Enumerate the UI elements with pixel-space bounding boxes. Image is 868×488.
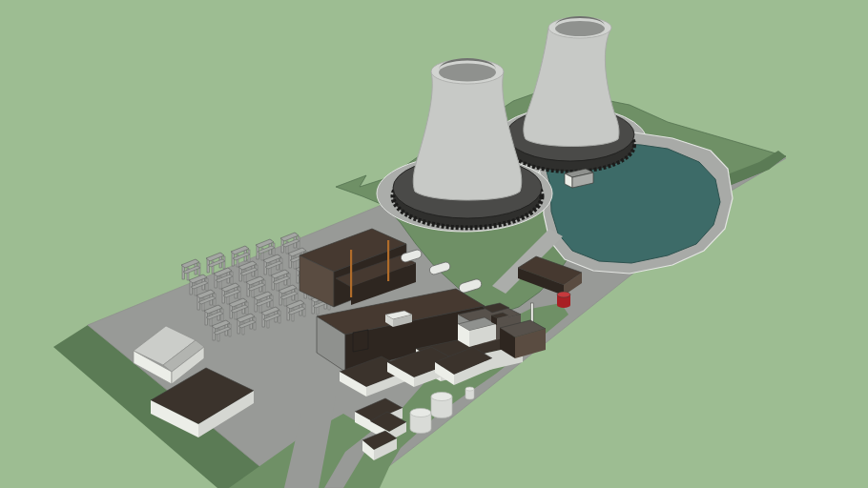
red-tank [557,292,570,308]
cylinder-3-top [465,387,474,391]
copper-pipe-2 [387,240,389,281]
cylinder-1-top [410,409,431,417]
model-viewport[interactable] [0,0,868,488]
cylinder-2-top [431,393,452,401]
copper-pipe-1 [350,250,352,297]
red-tank-top [557,292,570,297]
plant-scene [0,0,868,488]
tower-opening-left [439,64,496,82]
tower-opening-right [555,21,605,36]
wall-box [353,330,368,352]
